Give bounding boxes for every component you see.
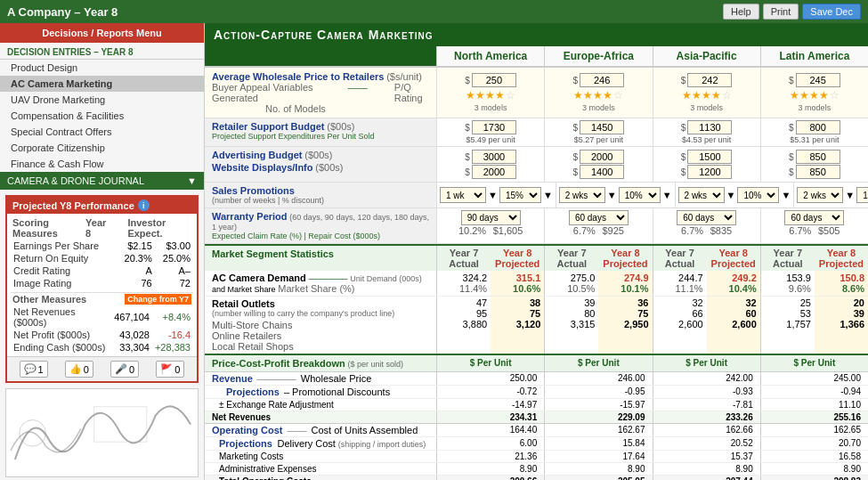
net-profit-val: 43,028: [111, 329, 152, 341]
retailer-ea-input[interactable]: [580, 120, 624, 134]
adv-na-input[interactable]: [472, 150, 516, 164]
pcp-marketing-label: Marketing Costs: [205, 451, 436, 462]
sidebar-item-finance[interactable]: Finance & Cash Flow: [0, 156, 204, 172]
promo-ap-weeks-select[interactable]: 2 wks1 wk4 wks: [678, 187, 725, 203]
retailer-na-input[interactable]: [472, 120, 516, 134]
credit-year8: A: [117, 264, 155, 277]
app-title: A Company – Year 8: [7, 5, 118, 19]
wholesale-ea-input[interactable]: [580, 73, 624, 87]
star-icon: ★★★★: [466, 89, 505, 102]
pcp-delivery-label: Projections Delivery Cost (shipping / im…: [205, 437, 436, 450]
sales-promo-row: Sales Promotions (number of weeks | % di…: [205, 183, 868, 208]
promo-ea-pct-select[interactable]: 10%15%20%: [619, 187, 661, 203]
demand-la-cell: 153.9 9.6% 150.8 8.6%: [760, 271, 868, 296]
pcp-costunits-na: 164.40: [436, 424, 544, 436]
wholesale-na-input[interactable]: [472, 73, 516, 87]
sidebar-item-product-design[interactable]: Product Design: [0, 60, 204, 76]
print-button[interactable]: Print: [763, 4, 799, 20]
retail-ea-cell: 39 80 3,315 36 75 2,950: [544, 297, 652, 354]
wholesale-ap-input[interactable]: [687, 73, 732, 87]
pcp-totalop-ap: 207.44: [653, 476, 760, 480]
demand-row: AC Camera Demand ———— Unit Demand (000s)…: [205, 271, 868, 297]
pcp-marketing-ea: 17.64: [544, 451, 652, 462]
flag-button[interactable]: 🚩 0: [156, 361, 184, 378]
web-na-input[interactable]: [472, 165, 516, 179]
change-from-y7-label: Change from Y7: [125, 294, 191, 305]
web-ap-input[interactable]: [687, 165, 732, 179]
warranty-na-select[interactable]: 90 days60 days120 days180 days1 year: [461, 210, 521, 225]
net-rev-label: Net Revenues ($000s): [11, 305, 111, 329]
sidebar-item-citizenship[interactable]: Corporate Citizenship: [0, 140, 204, 156]
sidebar-item-special-contracts[interactable]: Special Contract Offers: [0, 124, 204, 140]
decision-entries-title: DECISION ENTRIES – YEAR 8: [0, 43, 204, 60]
roe-invest: 25.0%: [155, 252, 193, 264]
promo-na-pct-select[interactable]: 15%10%20%: [499, 187, 541, 203]
region-headers: North America Europe-Africa Asia-Pacific…: [205, 46, 868, 68]
retailer-la-cell: $ $5.31 per unit: [760, 118, 868, 146]
promo-la-pct-select[interactable]: 10%15%20%: [856, 187, 868, 203]
pcp-marketing-la: 16.58: [760, 451, 868, 462]
mic-icon: 🎤: [115, 363, 127, 375]
adv-la-input[interactable]: [796, 150, 840, 164]
adv-ea-input[interactable]: [580, 150, 624, 164]
pcp-costunits-row: Operating Cost —— Cost of Units Assemble…: [205, 424, 868, 437]
wholesale-la-input[interactable]: [796, 73, 840, 87]
ending-cash-label: Ending Cash ($000s): [11, 341, 111, 354]
promo-la-weeks-select[interactable]: 2 wks1 wk4 wks: [797, 187, 843, 203]
ending-cash-change: +28,383: [152, 341, 193, 354]
retail-label: Retail Outlets (number willing to carry …: [205, 297, 436, 354]
pcp-totalop-la: 208.83: [760, 476, 868, 480]
promo-ap-pct-select[interactable]: 10%15%20%: [737, 187, 779, 203]
stats-header: Market Segment Statistics Year 7 Actual …: [205, 244, 868, 271]
adv-ap-input[interactable]: [687, 150, 732, 164]
pcp-netrev-label: Net Revenues: [205, 411, 436, 423]
adv-website-label: Advertising Budget ($00s) Website Displa…: [205, 147, 436, 182]
web-la-input[interactable]: [796, 165, 840, 179]
pcp-exchange-ap: -7.81: [653, 399, 760, 411]
empty-star-icon-ap: ☆: [722, 89, 732, 102]
promo-na-weeks-select[interactable]: 1 wk2 wks4 wks: [440, 187, 486, 203]
pcp-admin-na: 8.90: [436, 463, 544, 475]
promo-la-cell: 2 wks1 wk4 wks ▼ 10%15%20% ▼: [793, 183, 868, 207]
info-icon[interactable]: i: [138, 199, 150, 211]
chat-button[interactable]: 💬 1: [20, 361, 48, 378]
warranty-la-select[interactable]: 60 days90 days120 days180 days1 year: [784, 210, 844, 225]
mic-button[interactable]: 🎤 0: [110, 361, 139, 378]
pcp-netrev-na: 234.31: [436, 411, 544, 423]
svg-rect-1: [94, 407, 147, 442]
pcp-exchange-ea: -15.97: [544, 399, 652, 411]
pcp-totalop-na: 200.66: [436, 476, 544, 480]
pcp-delivery-ap: 20.52: [653, 437, 760, 450]
promo-ea-weeks-select[interactable]: 2 wks1 wk4 wks: [559, 187, 605, 203]
sidebar: Decisions / Reports Menu DECISION ENTRIE…: [0, 23, 205, 480]
sidebar-item-ac-camera[interactable]: AC Camera Marketing: [0, 76, 204, 92]
perf-table: Earnings Per Share $2.15 $3.00 Return On…: [11, 240, 193, 289]
pcp-exchange-na: -14.97: [436, 399, 544, 411]
camera-journal-item[interactable]: CAMERA & DRONE JOURNAL ▼: [0, 172, 204, 190]
pcp-marketing-na: 21.36: [436, 451, 544, 462]
wholesale-label: Average Wholesale Price to Retailers ($s…: [205, 68, 436, 118]
pcp-promo-row: Projections – Promotional Discounts -0.7…: [205, 386, 868, 399]
retailer-la-input[interactable]: [796, 120, 840, 134]
retail-row: Retail Outlets (number willing to carry …: [205, 297, 868, 355]
credit-invest: A–: [155, 264, 193, 277]
web-ea-input[interactable]: [580, 165, 624, 179]
pcp-netrev-ea: 229.09: [544, 411, 652, 423]
warranty-ea-cell: 60 days90 days120 days180 days1 year 6.7…: [544, 208, 652, 243]
pcp-netrev-ap: 233.26: [653, 411, 760, 423]
pcp-wholesale-ea: 246.00: [544, 372, 652, 385]
sidebar-item-uav-drone[interactable]: UAV Drone Marketing: [0, 92, 204, 108]
retailer-ap-input[interactable]: [687, 120, 732, 134]
demand-ap-cell: 244.7 11.1% 249.2 10.4%: [653, 271, 760, 296]
perf-box: Projected Y8 Performance i Scoring Measu…: [5, 195, 199, 383]
thumbs-button[interactable]: 👍 0: [65, 361, 93, 378]
warranty-ap-select[interactable]: 60 days90 days120 days180 days1 year: [677, 210, 736, 225]
adv-na-cell: $ $: [436, 147, 544, 182]
warranty-ea-select[interactable]: 60 days90 days120 days180 days1 year: [569, 210, 629, 225]
top-bar-buttons: Help Print Save Dec: [723, 4, 861, 20]
save-button[interactable]: Save Dec: [802, 4, 861, 20]
help-button[interactable]: Help: [723, 4, 759, 20]
sidebar-item-compensation[interactable]: Compensation & Facilities: [0, 108, 204, 124]
eps-year8: $2.15: [117, 240, 155, 252]
demand-label: AC Camera Demand ———— Unit Demand (000s)…: [205, 271, 436, 296]
